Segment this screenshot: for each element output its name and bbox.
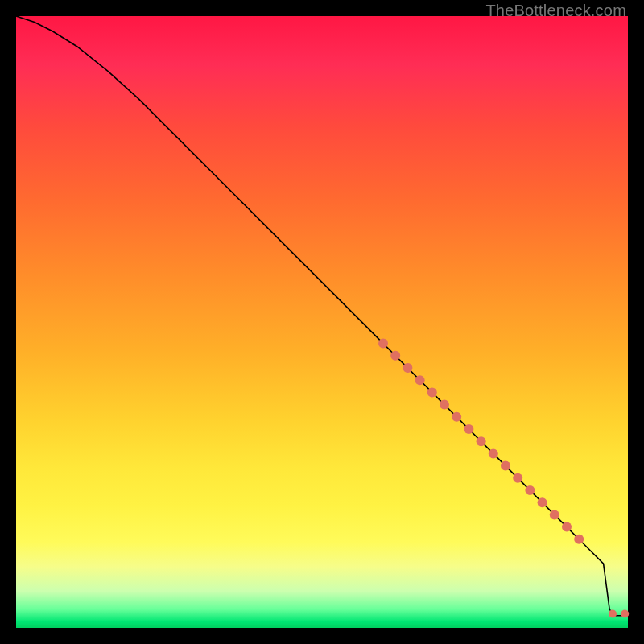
data-point [464, 424, 473, 434]
highlight-points [378, 339, 629, 618]
data-point [550, 510, 559, 519]
data-point [538, 497, 547, 507]
watermark-text: TheBottleneck.com [485, 2, 626, 20]
data-point [501, 461, 510, 471]
data-point [562, 522, 572, 532]
chart-frame: TheBottleneck.com [0, 0, 644, 644]
data-point [513, 473, 522, 483]
data-point [621, 610, 629, 618]
data-point [609, 610, 617, 618]
data-point [415, 375, 425, 385]
plot-area [16, 16, 628, 628]
data-point [390, 351, 400, 361]
data-point [489, 448, 498, 458]
main-curve [16, 16, 628, 616]
data-point [378, 339, 388, 349]
data-point [427, 387, 437, 397]
data-point [574, 535, 584, 544]
data-point [525, 485, 535, 495]
data-point [452, 412, 461, 422]
data-point [477, 436, 486, 446]
curve-layer [16, 16, 628, 628]
data-point [402, 363, 412, 373]
data-point [440, 400, 449, 410]
